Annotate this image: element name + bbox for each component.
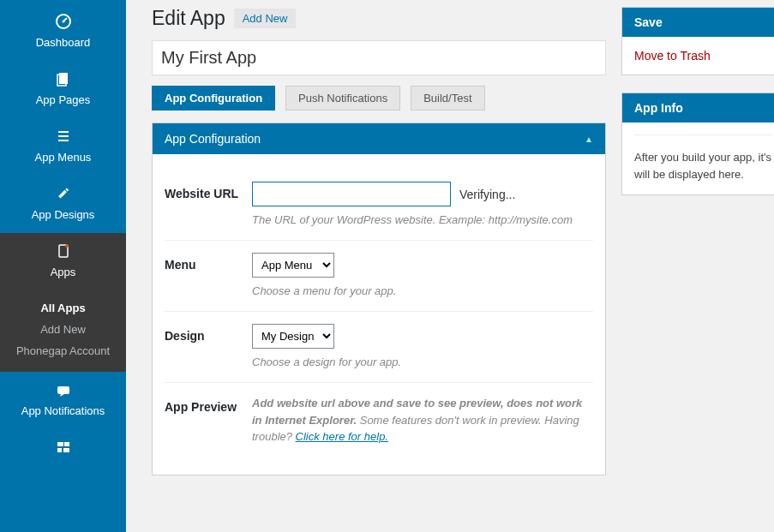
sidebar-sub-phonegap[interactable]: Phonegap Account — [0, 340, 126, 362]
field-app-preview: App Preview Add website url above and sa… — [165, 383, 593, 459]
field-menu: Menu App Menu Choose a menu for your app… — [165, 241, 593, 312]
svg-rect-6 — [58, 140, 69, 141]
field-label: App Preview — [165, 395, 252, 445]
sidebar-sub-all-apps[interactable]: All Apps — [0, 297, 126, 319]
field-help: Choose a menu for your app. — [252, 284, 593, 297]
metabox-title: Save — [622, 8, 774, 37]
field-help: Choose a design for your app. — [252, 356, 593, 368]
field-label: Design — [165, 324, 252, 368]
panel-title: App Configuration — [165, 132, 261, 146]
save-metabox: Save Move to Trash — [621, 7, 774, 75]
edit-column: Edit App Add New App Configuration Push … — [152, 7, 606, 532]
metabox-title: App Info — [622, 93, 774, 123]
sidebar-right: Save Move to Trash App Info After you bu… — [621, 7, 774, 532]
svg-rect-9 — [57, 386, 69, 394]
sidebar-item-label: App Designs — [32, 208, 95, 221]
website-url-input[interactable] — [252, 182, 451, 206]
designs-icon — [54, 184, 73, 203]
panel-body: Website URL Verifying... The URL of your… — [153, 154, 605, 475]
sidebar-item-app-designs[interactable]: App Designs — [0, 176, 126, 233]
app-info-metabox: App Info After you build your app, it's … — [621, 93, 774, 195]
field-label: Menu — [165, 253, 252, 297]
svg-point-8 — [65, 244, 69, 248]
svg-rect-10 — [57, 442, 63, 446]
field-design: Design My Design Choose a design for you… — [165, 312, 593, 383]
chevron-up-icon: ▲ — [585, 134, 593, 144]
field-label: Website URL — [165, 182, 252, 226]
app-title-input[interactable] — [152, 40, 606, 75]
help-link[interactable]: Click here for help. — [296, 430, 388, 443]
field-website-url: Website URL Verifying... The URL of your… — [165, 170, 593, 241]
svg-rect-4 — [58, 131, 69, 133]
page-header: Edit App Add New — [152, 7, 606, 30]
sidebar-item-app-pages[interactable]: App Pages — [0, 61, 126, 118]
tab-app-configuration[interactable]: App Configuration — [152, 86, 275, 111]
tabs: App Configuration Push Notifications Bui… — [152, 86, 606, 111]
tab-build-test[interactable]: Build/Test — [411, 86, 484, 111]
sidebar-item-settings[interactable] — [0, 429, 126, 474]
sidebar-item-dashboard[interactable]: Dashboard — [0, 3, 126, 61]
svg-rect-13 — [63, 448, 69, 452]
preview-help-text: Add website url above and save to see pr… — [252, 395, 593, 445]
sidebar-item-label: Dashboard — [36, 36, 91, 49]
tab-push-notifications[interactable]: Push Notifications — [285, 86, 400, 111]
design-select[interactable]: My Design — [252, 324, 334, 349]
field-help: The URL of your WordPress website. Examp… — [252, 213, 593, 226]
menu-select[interactable]: App Menu — [252, 253, 334, 278]
sidebar-submenu: All Apps Add New Phonegap Account — [0, 290, 126, 372]
sidebar-item-app-notifications[interactable]: App Notifications — [0, 372, 126, 429]
move-to-trash-link[interactable]: Move to Trash — [634, 49, 711, 63]
add-new-button[interactable]: Add New — [234, 9, 297, 28]
pages-icon — [54, 69, 73, 88]
panel-header[interactable]: App Configuration ▲ — [153, 123, 605, 154]
notifications-icon — [54, 380, 73, 399]
sidebar-item-app-menus[interactable]: App Menus — [0, 118, 126, 176]
apps-icon — [54, 242, 73, 260]
svg-point-1 — [62, 21, 64, 23]
sidebar-item-apps[interactable]: Apps — [0, 233, 126, 290]
sidebar-item-label: App Notifications — [21, 404, 105, 417]
svg-rect-11 — [64, 442, 69, 446]
admin-sidebar: Dashboard App Pages App Menus App Design… — [0, 0, 126, 532]
verify-status: Verifying... — [459, 188, 515, 201]
sidebar-sub-add-new[interactable]: Add New — [0, 319, 126, 340]
sidebar-item-label: Apps — [51, 266, 76, 278]
sidebar-item-label: App Pages — [36, 93, 91, 106]
menus-icon — [54, 127, 73, 146]
sidebar-item-label: App Menus — [35, 151, 92, 164]
svg-rect-12 — [57, 448, 62, 452]
dashboard-icon — [54, 12, 73, 31]
page-title: Edit App — [152, 7, 225, 30]
app-info-text: After you build your app, it's will be d… — [634, 134, 771, 182]
settings-icon — [54, 438, 73, 457]
main-content: Edit App Add New App Configuration Push … — [126, 0, 774, 532]
svg-rect-5 — [58, 135, 69, 137]
app-configuration-panel: App Configuration ▲ Website URL Verifyin… — [152, 123, 606, 475]
